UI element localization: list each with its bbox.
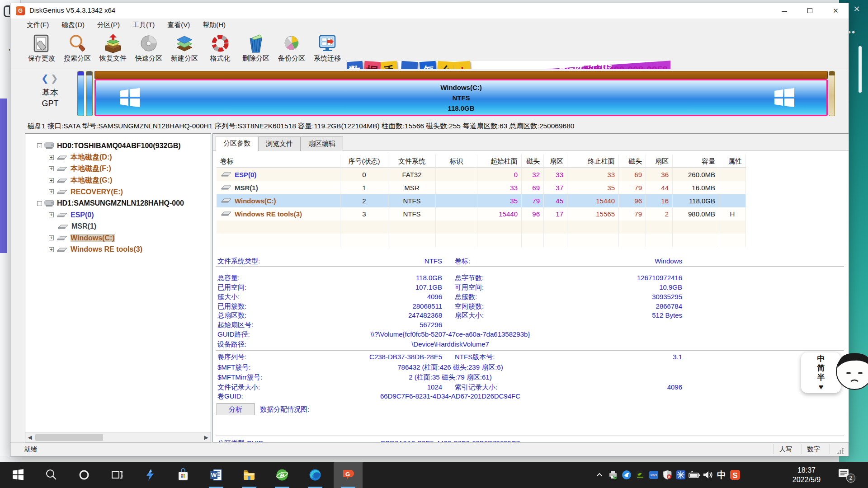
toolbar-button-4[interactable]: 新建分区	[167, 33, 202, 67]
menu-item-3[interactable]: 工具(T)	[126, 19, 161, 31]
prev-disk-icon[interactable]: ❮	[41, 73, 51, 83]
taskbar-word-icon[interactable]: W	[202, 462, 231, 488]
maximize-button[interactable]	[797, 3, 823, 19]
taskbar-cortana-icon[interactable]	[70, 462, 99, 488]
toolbar-button-3[interactable]: 快速分区	[131, 33, 166, 67]
taskbar-explorer-icon[interactable]	[235, 462, 264, 488]
next-disk-icon[interactable]: ❯	[51, 73, 60, 83]
minimize-button[interactable]	[771, 3, 797, 19]
partition-row-2[interactable]: Windows(C:)2NTFS357945154409616118.0GB	[217, 194, 746, 207]
action-center-icon[interactable]: 2	[837, 467, 855, 483]
tray-printer-icon[interactable]	[607, 462, 619, 488]
menu-item-1[interactable]: 磁盘(D)	[55, 19, 91, 31]
tray-intel-icon[interactable]: intel	[647, 462, 660, 488]
taskbar-edge-icon[interactable]	[301, 462, 330, 488]
scroll-left-icon[interactable]: ◀	[25, 433, 34, 442]
expand-icon[interactable]: +	[49, 189, 54, 194]
tree-item-hd1-samsungmznln128hahq-000[interactable]: -HD1:SAMSUNGMZNLN128HAHQ-000	[25, 198, 211, 209]
tray-ime-zh-icon[interactable]: 中	[715, 462, 728, 488]
partition-row-3[interactable]: Windows RE tools(3)3NTFS1544096171556579…	[217, 207, 746, 221]
taskbar-start-icon[interactable]	[4, 462, 33, 488]
tree-item-hd0-toshibamq04abf100-932gb-[interactable]: -HD0:TOSHIBAMQ04ABF100(932GB)	[25, 140, 211, 151]
divider	[216, 350, 844, 351]
tray-chevron-up-icon[interactable]	[593, 462, 606, 488]
scroll-right-icon[interactable]: ▶	[202, 433, 211, 442]
quick-partition-icon	[139, 34, 158, 53]
expand-icon[interactable]: +	[49, 212, 54, 217]
partition-row-0[interactable]: ESP(0)0FAT3203233336936260.0MB	[217, 168, 746, 181]
background-scrollbar[interactable]	[859, 46, 862, 93]
disk-band	[94, 71, 828, 79]
menu-item-4[interactable]: 查看(V)	[161, 19, 196, 31]
taskbar-ie-green-icon[interactable]: e	[268, 462, 297, 488]
divider	[216, 266, 844, 267]
tree-item--f-[interactable]: +本地磁盘(F:)	[25, 163, 211, 174]
windows-partition-block[interactable]: Windows(C:) NTFS 118.0GB	[94, 71, 828, 116]
toolbar-button-1[interactable]: 搜索分区	[60, 33, 95, 67]
toolbar-button-6[interactable]: 删除分区	[238, 33, 274, 67]
toolbar-button-7[interactable]: 备份分区	[274, 33, 309, 67]
menu-item-2[interactable]: 分区(P)	[91, 19, 126, 31]
tray-defender-icon[interactable]	[661, 462, 674, 488]
scrollbar-thumb[interactable]	[35, 434, 103, 441]
taskbar-search-icon[interactable]	[37, 462, 66, 488]
tree-item-msr-1-[interactable]: MSR(1)	[25, 221, 211, 232]
tree-horizontal-scrollbar[interactable]: ◀ ▶	[25, 432, 211, 442]
taskbar-clock[interactable]: 18:37 2022/5/9	[783, 465, 830, 484]
ime-toggle[interactable]: 简	[817, 364, 825, 372]
tray-snowflake-icon[interactable]	[675, 462, 687, 488]
disk-overview-panel: ❮❯ 基本 GPT Windows(C:) NTFS 118.0GB	[10, 69, 849, 119]
tray-sogou-icon[interactable]: S	[729, 462, 741, 488]
esp-partition-sliver[interactable]	[77, 71, 84, 116]
background-window-close-icon[interactable]: ✕	[850, 4, 863, 14]
tab-2[interactable]: 扇区编辑	[301, 136, 343, 151]
tree-item-esp-0-[interactable]: +ESP(0)	[25, 209, 211, 221]
ime-toggle[interactable]: 半	[817, 373, 825, 382]
toolbar-button-5[interactable]: 格式化	[203, 33, 238, 67]
taskbar-store-icon[interactable]	[169, 462, 198, 488]
tray-battery-icon[interactable]	[688, 462, 701, 488]
tab-0[interactable]: 分区参数	[216, 136, 258, 151]
backup-partition-icon	[282, 34, 301, 53]
heart-icon[interactable]: ♥	[819, 383, 823, 391]
tab-1[interactable]: 浏览文件	[258, 136, 301, 151]
taskbar-diskgenius-icon[interactable]: G	[334, 462, 363, 488]
tree-item-windows-re-tools-3-[interactable]: +Windows RE tools(3)	[25, 244, 211, 255]
clock-time: 18:37	[783, 465, 830, 475]
expand-icon[interactable]: +	[49, 235, 54, 240]
collapse-icon[interactable]: -	[37, 201, 42, 206]
partition-row-1[interactable]: MSR(1)1MSR33693735794416.0MB	[217, 181, 746, 194]
taskbar-task-view-icon[interactable]	[103, 462, 132, 488]
disk-nav[interactable]: ❮❯	[41, 73, 60, 84]
menu-item-5[interactable]: 帮助(H)	[196, 19, 232, 31]
ime-toggle[interactable]: 中	[817, 354, 825, 363]
toolbar-button-0[interactable]: 保存更改	[24, 33, 59, 67]
taskbar-flash-icon[interactable]	[136, 462, 165, 488]
disk-scheme-label: GPT	[32, 99, 68, 108]
msr-partition-sliver[interactable]	[86, 71, 93, 116]
toolbar-button-2[interactable]: 恢复文件	[95, 33, 131, 67]
partition-icon	[56, 212, 68, 218]
menu-item-0[interactable]: 文件(F)	[20, 19, 55, 31]
analyze-button[interactable]: 分析	[217, 403, 255, 415]
tray-bird-icon[interactable]	[620, 462, 633, 488]
expand-icon[interactable]: +	[49, 155, 54, 160]
tray-nvidia-icon[interactable]	[634, 462, 646, 488]
resize-grip[interactable]	[837, 447, 844, 455]
expand-icon[interactable]: +	[49, 166, 54, 171]
svg-text:S: S	[732, 471, 737, 480]
tree-item--g-[interactable]: +本地磁盘(G:)	[25, 175, 211, 186]
expand-icon[interactable]: +	[49, 247, 54, 252]
title-bar[interactable]: G DiskGenius V5.4.3.1342 x64 ✕	[10, 3, 849, 19]
caps-indicator: 大写	[779, 445, 792, 454]
tree-item-windows-c-[interactable]: +Windows(C:)	[25, 232, 211, 244]
windows-partition-selected[interactable]: Windows(C:) NTFS 118.0GB	[94, 79, 828, 116]
toolbar-button-8[interactable]: 系统迁移	[310, 33, 345, 67]
tray-volume-icon[interactable]	[702, 462, 714, 488]
re-tools-partition-sliver[interactable]	[829, 71, 835, 116]
collapse-icon[interactable]: -	[37, 143, 42, 148]
tree-item--d-[interactable]: +本地磁盘(D:)	[25, 152, 211, 163]
close-button[interactable]: ✕	[823, 3, 849, 19]
tree-item-recovery-e-[interactable]: +RECOVERY(E:)	[25, 186, 211, 197]
expand-icon[interactable]: +	[49, 178, 54, 183]
